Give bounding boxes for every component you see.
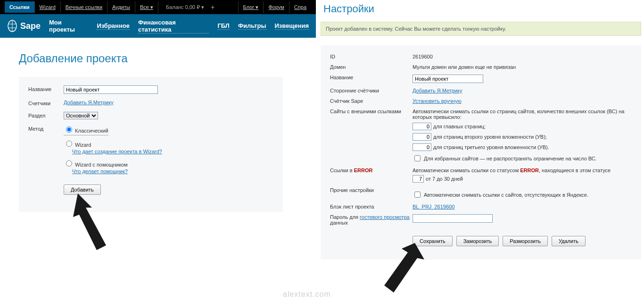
arrow-icon xyxy=(363,238,429,301)
error-text: Автоматически снимать ссылки со статусом… xyxy=(413,167,611,173)
label-blacklist: Блэк лист проекта xyxy=(330,204,413,209)
unfreeze-button[interactable]: Разморозить xyxy=(503,236,548,246)
ext-fav-checkbox[interactable] xyxy=(414,155,421,161)
nav-filters[interactable]: Фильтры xyxy=(238,22,266,30)
top-bar: Ссылки Wizard Вечные ссылки Аудиты Все ▾… xyxy=(0,0,316,14)
topbar-blog[interactable]: Блог ▾ xyxy=(238,1,264,13)
label-sape-counter: Счётчик Sape xyxy=(330,98,413,104)
ext-lvl3-input[interactable] xyxy=(413,143,431,151)
settings-form: ID 2619600 Домен Мульти домен или домен … xyxy=(321,45,641,259)
nav-favorites[interactable]: Избранное xyxy=(97,22,130,30)
ext-lvl2-label: для страниц второго уровня вложенности (… xyxy=(433,134,547,140)
error-days-input[interactable] xyxy=(413,175,424,183)
label-counters: Счетчики xyxy=(28,100,64,106)
label-guest: Пароль для гостевого просмотра данных xyxy=(330,214,413,226)
label-id: ID xyxy=(330,54,413,59)
ext-lvl3-label: для страниц третьего уровня вложенности … xyxy=(433,144,549,150)
settings-title: Настройки xyxy=(323,3,641,15)
settings-name-input[interactable] xyxy=(413,75,483,83)
label-domain: Домен xyxy=(330,64,413,70)
radio-classic[interactable]: Классический xyxy=(64,125,108,134)
nav-notifications[interactable]: Извещения xyxy=(275,22,309,30)
page-title: Добавление проекта xyxy=(19,52,297,65)
label-name: Название xyxy=(28,85,64,92)
value-domain: Мульти домен или домен еще не привязан xyxy=(413,64,632,70)
balance-display[interactable]: Баланс 0,00 ₽ ▾ xyxy=(162,4,208,10)
arrow-icon xyxy=(71,189,118,256)
guest-password-input[interactable] xyxy=(413,214,493,223)
logo-icon xyxy=(7,20,17,32)
blacklist-link[interactable]: BL_PRJ_2619600 xyxy=(413,204,454,209)
add-metrika-link-r[interactable]: Добавить Я.Метрику xyxy=(413,88,462,93)
nav-gbl[interactable]: ГБЛ xyxy=(217,22,230,30)
section-select[interactable]: Основной xyxy=(64,112,98,119)
value-id: 2619600 xyxy=(413,54,632,59)
project-name-input[interactable] xyxy=(64,85,158,94)
watermark: alextext.com xyxy=(283,290,331,299)
topbar-tab-eternal[interactable]: Вечные ссылки xyxy=(61,1,107,13)
nav-finstats[interactable]: Финансовая статистика xyxy=(138,19,209,33)
ext-main-label: для главных страниц; xyxy=(433,124,486,129)
ext-fav-label: Для избранных сайтов — не распространять… xyxy=(424,156,597,161)
radio-wizard[interactable]: Wizard xyxy=(64,139,273,148)
label-error: Ссылки в ERROR xyxy=(330,167,413,173)
other-checkbox[interactable] xyxy=(414,192,421,198)
wizard-info-link[interactable]: Что дает создание проекта в Wizard? xyxy=(72,149,273,154)
logo[interactable]: Sape xyxy=(7,20,41,32)
add-balance-icon[interactable]: + xyxy=(208,3,217,11)
success-notice: Проект добавлен в систему. Сейчас Вы мож… xyxy=(321,22,641,36)
label-ext-counters: Сторонние счётчики xyxy=(330,88,413,93)
label-other: Прочие настройки xyxy=(330,187,413,193)
topbar-tab-wizard[interactable]: Wizard xyxy=(35,1,61,13)
label-method: Метод xyxy=(28,125,64,132)
add-project-form: Название Счетчики Добавить Я.Метрику Раз… xyxy=(19,77,283,212)
helper-info-link[interactable]: Что делает помощник? xyxy=(72,168,273,174)
sape-counter-link[interactable]: Установить вручную xyxy=(413,98,462,104)
other-chk-label: Автоматически снимать ссылки с сайтов, о… xyxy=(424,192,588,198)
topbar-tab-all[interactable]: Все ▾ xyxy=(135,1,158,13)
radio-wizard-helper[interactable]: Wizard с помощником xyxy=(64,159,273,167)
guest-link[interactable]: гостевого просмотра xyxy=(360,214,410,220)
error-days-label: от 7 до 30 дней xyxy=(426,176,463,182)
ext-sites-text: Автоматически снимать ссылки со страниц … xyxy=(413,109,632,120)
brand-text: Sape xyxy=(20,21,41,31)
ext-lvl2-input[interactable] xyxy=(413,133,431,141)
topbar-forum[interactable]: Форум xyxy=(263,1,289,13)
add-metrika-link[interactable]: Добавить Я.Метрику xyxy=(64,100,113,105)
topbar-tab-links[interactable]: Ссылки xyxy=(5,1,35,13)
ext-main-input[interactable] xyxy=(413,123,431,130)
nav-my-projects[interactable]: Мои проекты xyxy=(49,19,88,33)
main-nav: Sape Мои проекты Избранное Финансовая ст… xyxy=(0,14,316,38)
delete-button[interactable]: Удалить xyxy=(552,236,586,246)
label-name-r: Название xyxy=(330,75,413,80)
label-section: Раздел xyxy=(28,112,64,118)
label-ext-sites: Сайты с внешними ссылками xyxy=(330,109,413,114)
topbar-tab-audits[interactable]: Аудиты xyxy=(107,1,135,13)
topbar-help[interactable]: Спра xyxy=(289,1,311,13)
freeze-button[interactable]: Заморозить xyxy=(456,236,499,246)
